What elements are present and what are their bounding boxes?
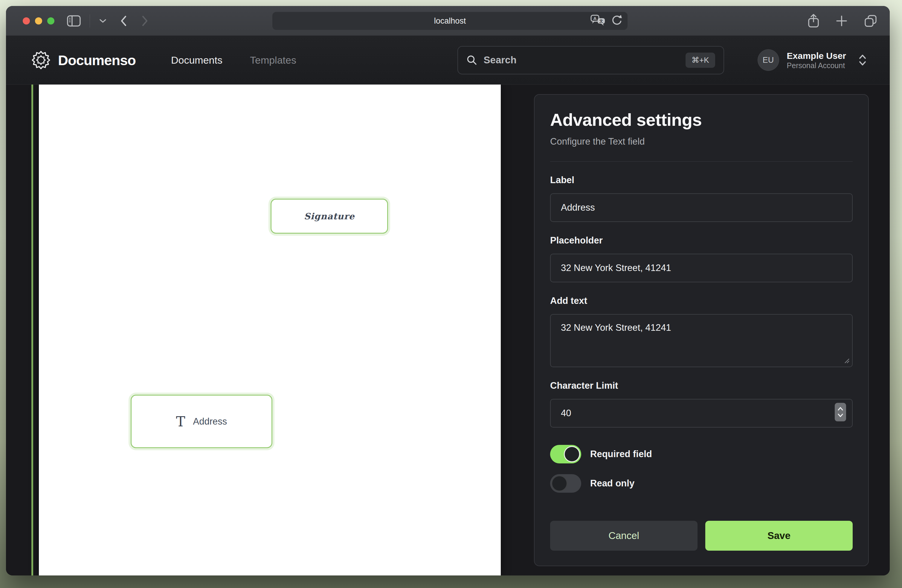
cancel-button[interactable]: Cancel bbox=[550, 521, 697, 550]
toggle-knob bbox=[551, 475, 567, 491]
address-bar[interactable]: localhost A 文 bbox=[272, 12, 628, 30]
label-input[interactable] bbox=[550, 193, 853, 222]
document-page bbox=[39, 84, 501, 575]
user-name: Example User bbox=[787, 50, 846, 61]
panel-divider bbox=[550, 161, 853, 162]
required-field-row: Required field bbox=[550, 445, 853, 463]
text-field-address[interactable]: T Address bbox=[131, 395, 272, 448]
add-text-heading: Add text bbox=[550, 296, 853, 306]
panel-subtitle: Configure the Text field bbox=[550, 136, 853, 147]
signature-field-label: Signature bbox=[304, 211, 355, 221]
nav-documents[interactable]: Documents bbox=[171, 55, 222, 66]
user-account-type: Personal Account bbox=[787, 61, 846, 70]
svg-text:文: 文 bbox=[599, 19, 603, 23]
browser-chrome: localhost A 文 bbox=[6, 6, 890, 36]
search-placeholder: Search bbox=[484, 55, 517, 66]
search-shortcut-badge: ⌘+K bbox=[686, 53, 715, 68]
stepper-up-icon[interactable] bbox=[838, 407, 843, 411]
advanced-settings-panel: Advanced settings Configure the Text fie… bbox=[534, 94, 869, 566]
search-input[interactable]: Search ⌘+K bbox=[457, 46, 724, 74]
character-limit-heading: Character Limit bbox=[550, 380, 853, 391]
required-field-toggle[interactable] bbox=[550, 445, 581, 463]
stepper-down-icon[interactable] bbox=[838, 413, 843, 418]
add-text-textarea[interactable]: 32 New York Street, 41241 bbox=[550, 314, 853, 367]
documenso-seal-icon bbox=[31, 50, 51, 70]
documenso-logo[interactable]: Documenso bbox=[31, 50, 136, 70]
translate-icon[interactable]: A 文 bbox=[590, 14, 606, 28]
label-heading: Label bbox=[550, 175, 853, 186]
tab-overview-icon[interactable] bbox=[863, 14, 878, 28]
minimize-window-button[interactable] bbox=[35, 17, 42, 25]
forward-button[interactable] bbox=[141, 15, 149, 27]
read-only-toggle[interactable] bbox=[550, 474, 581, 493]
url-text: localhost bbox=[434, 16, 466, 26]
user-menu[interactable]: EU Example User Personal Account bbox=[758, 49, 867, 71]
tab-overview-chevron-icon[interactable] bbox=[99, 18, 107, 23]
svg-text:A: A bbox=[594, 16, 597, 21]
main-nav: Documents Templates bbox=[171, 55, 296, 66]
toggle-knob bbox=[564, 446, 580, 462]
number-stepper[interactable] bbox=[835, 403, 846, 421]
nav-templates[interactable]: Templates bbox=[250, 55, 296, 66]
zoom-window-button[interactable] bbox=[47, 17, 55, 25]
avatar: EU bbox=[758, 49, 779, 71]
search-icon bbox=[467, 55, 477, 66]
placeholder-input[interactable] bbox=[550, 254, 853, 282]
new-tab-icon[interactable] bbox=[835, 15, 848, 27]
avatar-initials: EU bbox=[763, 56, 774, 65]
main-content: Signature T Address Advanced settings Co… bbox=[6, 84, 890, 575]
chevron-up-down-icon bbox=[858, 54, 867, 66]
placeholder-heading: Placeholder bbox=[550, 235, 853, 246]
reload-icon[interactable] bbox=[611, 14, 623, 28]
page-indicator-bar bbox=[31, 84, 33, 575]
read-only-row: Read only bbox=[550, 474, 853, 493]
logo-wordmark: Documenso bbox=[58, 52, 136, 69]
panel-title: Advanced settings bbox=[550, 109, 853, 130]
character-limit-input[interactable] bbox=[550, 399, 853, 428]
signature-field[interactable]: Signature bbox=[271, 199, 388, 234]
required-field-label: Required field bbox=[590, 449, 652, 460]
text-field-label: Address bbox=[193, 416, 227, 427]
close-window-button[interactable] bbox=[23, 17, 30, 25]
sidebar-toggle-icon[interactable] bbox=[67, 15, 81, 27]
browser-window: localhost A 文 bbox=[6, 6, 890, 575]
text-field-type-icon: T bbox=[176, 415, 185, 428]
window-controls bbox=[23, 17, 55, 25]
share-icon[interactable] bbox=[807, 13, 820, 28]
back-button[interactable] bbox=[120, 15, 127, 27]
read-only-label: Read only bbox=[590, 478, 634, 489]
save-button[interactable]: Save bbox=[705, 521, 853, 550]
app-header: Documenso Documents Templates Search ⌘+K… bbox=[6, 36, 890, 84]
